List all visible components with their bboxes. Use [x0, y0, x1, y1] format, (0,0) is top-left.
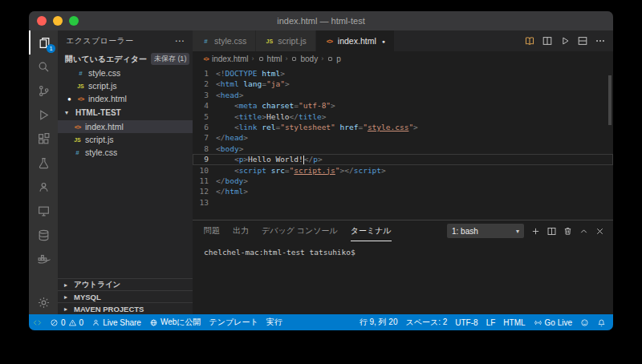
status-notifications[interactable]	[593, 314, 610, 330]
activity-settings-icon[interactable]	[29, 290, 58, 314]
activity-search-icon[interactable]	[29, 55, 58, 79]
activity-testing-icon[interactable]	[29, 151, 58, 175]
activity-docker-icon[interactable]	[29, 247, 58, 271]
new-terminal-icon[interactable]	[528, 224, 542, 238]
folder-name: HTML-TEST	[75, 108, 121, 117]
status-run-task[interactable]: 実行	[262, 314, 286, 330]
tree-item-style.css[interactable]: #style.css	[58, 146, 193, 159]
editor-scrollbar[interactable]	[608, 75, 612, 125]
split-terminal-icon[interactable]	[544, 224, 559, 238]
css-file-icon: #	[73, 149, 82, 156]
code-token: rel	[262, 123, 275, 131]
breadcrumb-item-body[interactable]: body	[291, 55, 318, 63]
activity-explorer-icon[interactable]: 1	[29, 30, 58, 55]
line-number: 10	[193, 165, 216, 176]
code-line-12: 12</html>	[193, 186, 613, 196]
status-eol[interactable]: LF	[482, 314, 500, 330]
minimize-window-button[interactable]	[53, 16, 63, 26]
explorer-sidebar: エクスプローラー ⋯ 開いているエディター 未保存 (1) #style.css…	[58, 30, 193, 314]
terminal[interactable]: chelchel-mac:html-test tatsuhiko$	[193, 241, 613, 314]
status-remote[interactable]	[29, 314, 46, 330]
tab-script.js[interactable]: JSscript.js	[256, 30, 316, 51]
code-token: charset	[262, 101, 294, 110]
breadcrumb-label: html	[267, 55, 282, 63]
sidebar-section-アウトライン[interactable]: ▸アウトライン	[58, 278, 193, 290]
sidebar-section-mysql[interactable]: ▸MYSQL	[58, 290, 193, 302]
chevron-right-icon: ▸	[64, 305, 71, 313]
folder-header[interactable]: ▾ HTML-TEST	[58, 105, 193, 120]
breadcrumb-item-index.html[interactable]: <>index.html	[202, 55, 249, 63]
open-editors-header[interactable]: 開いているエディター 未保存 (1)	[58, 51, 193, 67]
dirty-indicator: ●	[66, 95, 73, 103]
status-language-mode[interactable]: HTML	[499, 314, 529, 330]
more-actions-icon[interactable]	[592, 33, 608, 49]
open-editor-index.html[interactable]: ●<>index.html	[58, 92, 193, 105]
panel-tab-デバッグ コンソール[interactable]: デバッグ コンソール	[262, 220, 338, 241]
title-bar[interactable]: index.html — html-test	[29, 11, 613, 30]
zoom-window-button[interactable]	[69, 16, 79, 26]
notifications-icon	[597, 318, 606, 327]
close-window-button[interactable]	[37, 16, 47, 26]
status-problems[interactable]: 00	[46, 314, 87, 330]
symbol-icon	[327, 55, 334, 63]
sidebar-section-maven-projects[interactable]: ▸MAVEN PROJECTS	[58, 302, 193, 314]
status-indentation[interactable]: スペース: 2	[401, 314, 451, 330]
code-token: DOCTYPE	[225, 69, 257, 78]
line-content: <title>Hello</title>	[216, 111, 326, 122]
status-encoding[interactable]: UTF-8	[451, 314, 482, 330]
status-template[interactable]: テンプレート	[205, 314, 262, 330]
breadcrumb-separator: ›	[321, 55, 323, 63]
panel-tab-ターミナル[interactable]: ターミナル	[351, 220, 392, 241]
sidebar-more-actions-icon[interactable]: ⋯	[175, 36, 185, 46]
breadcrumb-label: p	[336, 55, 341, 63]
status-go-live[interactable]: Go Live	[530, 314, 576, 330]
code-token: head	[225, 133, 243, 142]
line-number: 4	[193, 100, 216, 111]
tab-index.html[interactable]: <>index.html●	[316, 30, 395, 51]
explorer-badge: 1	[47, 44, 55, 53]
activity-database-icon[interactable]	[29, 223, 58, 247]
tree-item-script.js[interactable]: JSscript.js	[58, 133, 193, 146]
breadcrumb-item-html[interactable]: html	[258, 55, 282, 63]
maximize-panel-icon[interactable]	[576, 224, 591, 238]
code-token: lang	[243, 79, 262, 88]
code-line-10: 10 <script src="script.js"></script>	[193, 165, 613, 176]
status-feedback[interactable]	[576, 314, 593, 330]
shell-selector[interactable]: 1: bash ▾	[447, 224, 524, 238]
code-token: <!	[216, 69, 225, 78]
code-token: script.js	[294, 166, 335, 175]
code-line-2: 2<html lang="ja">	[193, 79, 613, 89]
feedback-icon	[580, 318, 589, 327]
run-file-icon[interactable]	[557, 33, 573, 49]
symbol-icon	[258, 55, 265, 63]
open-editor-script.js[interactable]: JSscript.js	[58, 79, 193, 92]
close-panel-icon[interactable]	[592, 224, 607, 238]
status-publish-web[interactable]: Webに公開	[145, 314, 205, 330]
panel-tab-出力[interactable]: 出力	[233, 220, 249, 241]
open-editors-list: #style.cssJSscript.js●<>index.html	[58, 67, 193, 105]
activity-extensions-icon[interactable]	[29, 127, 58, 151]
code-editor[interactable]: 1<!DOCTYPE html>2<html lang="ja">3<head>…	[193, 66, 613, 220]
editor-layout-icon[interactable]	[575, 33, 591, 49]
breadcrumb-label: body	[300, 55, 318, 63]
status-cursor-position[interactable]: 行 9, 列 20	[356, 314, 402, 330]
section-label: アウトライン	[74, 280, 120, 290]
js-file-icon: JS	[265, 38, 274, 44]
tree-item-index.html[interactable]: <>index.html	[58, 120, 193, 133]
window-title: index.html — html-test	[29, 16, 613, 26]
line-number: 11	[193, 176, 216, 186]
status-live-share[interactable]: Live Share	[87, 314, 145, 330]
open-preview-icon[interactable]	[522, 33, 538, 49]
activity-live-share-icon[interactable]	[29, 175, 58, 199]
tab-style.css[interactable]: #style.css	[193, 30, 256, 51]
breadcrumb-item-p[interactable]: p	[327, 55, 341, 63]
activity-source-control-icon[interactable]	[29, 79, 58, 103]
activity-run-debug-icon[interactable]	[29, 103, 58, 127]
activity-remote-explorer-icon[interactable]	[29, 199, 58, 223]
split-editor-icon[interactable]	[539, 33, 555, 49]
panel-tab-問題[interactable]: 問題	[204, 220, 220, 241]
kill-terminal-icon[interactable]	[560, 224, 575, 238]
open-editor-style.css[interactable]: #style.css	[58, 67, 193, 79]
code-token: style.css	[368, 123, 408, 131]
code-token: body	[221, 144, 239, 153]
